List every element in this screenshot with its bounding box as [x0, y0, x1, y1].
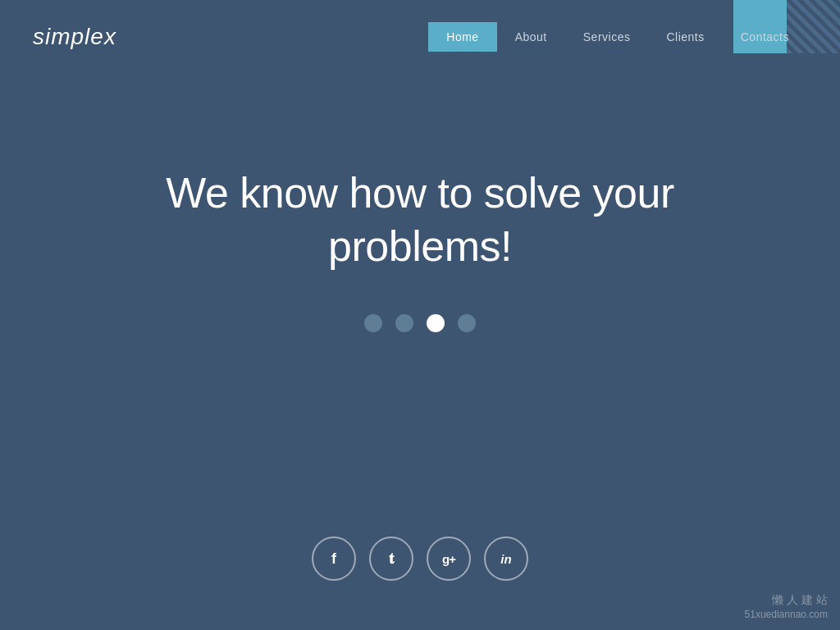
watermark-chinese: 懒 人 建 站 — [745, 592, 828, 609]
facebook-icon: f — [331, 550, 336, 568]
nav-item-clients[interactable]: Clients — [648, 22, 722, 52]
header: simplex Home About Services Clients Cont… — [0, 0, 840, 74]
nav-item-contacts[interactable]: Contacts — [723, 22, 807, 52]
slider-dots — [364, 314, 476, 332]
facebook-button[interactable]: f — [312, 536, 356, 581]
slider-dot-3[interactable] — [427, 314, 445, 332]
googleplus-button[interactable]: g+ — [427, 536, 471, 581]
hero-title: We know how to solve your problems! — [112, 167, 728, 273]
linkedin-icon: in — [500, 552, 511, 566]
slider-dot-2[interactable] — [395, 314, 413, 332]
googleplus-icon: g+ — [442, 552, 455, 566]
watermark-url: 51xuediannao.com — [745, 608, 828, 622]
hero-section: We know how to solve your problems! — [0, 0, 840, 630]
nav-item-home[interactable]: Home — [428, 22, 496, 52]
nav-item-services[interactable]: Services — [565, 22, 649, 52]
watermark: 懒 人 建 站 51xuediannao.com — [745, 592, 828, 622]
twitter-button[interactable]: 𝐭 — [369, 536, 413, 581]
social-icons: f 𝐭 g+ in — [312, 536, 528, 581]
linkedin-button[interactable]: in — [484, 536, 528, 581]
slider-dot-1[interactable] — [364, 314, 382, 332]
twitter-icon: 𝐭 — [389, 550, 394, 568]
main-nav: Home About Services Clients Contacts — [428, 22, 807, 52]
nav-item-about[interactable]: About — [497, 22, 565, 52]
slider-dot-4[interactable] — [458, 314, 476, 332]
logo: simplex — [33, 24, 116, 50]
